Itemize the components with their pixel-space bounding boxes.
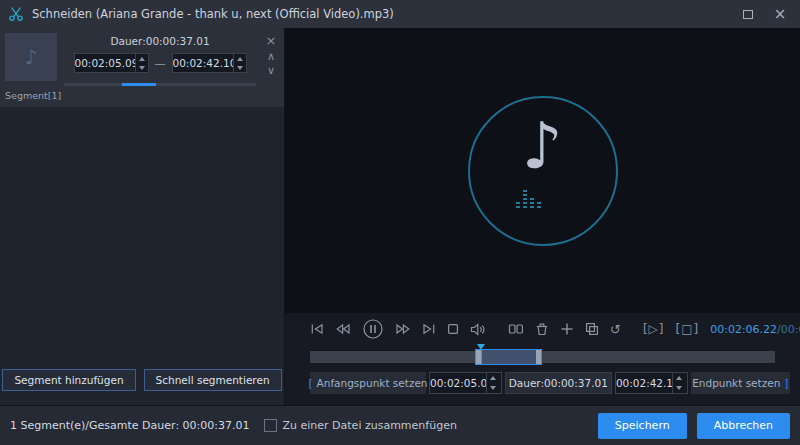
segment-start-time-group (74, 53, 149, 73)
equalizer-icon (516, 190, 541, 208)
spinner-up[interactable] (673, 373, 685, 383)
sidebar-actions: Segment hinzufügen Schnell segmentieren (0, 359, 284, 405)
duration-box: Dauer:00:00:37.01 (505, 372, 612, 394)
skip-next-button[interactable] (422, 323, 436, 335)
merge-option: Zu einer Datei zusammenfügen (264, 419, 457, 432)
sidebar-spacer (0, 107, 284, 359)
current-time: 00:02:06.22 (710, 323, 777, 336)
preview-area: ♪ (285, 28, 800, 313)
end-time-group (615, 372, 688, 394)
stop-button[interactable] (447, 323, 459, 335)
segment-start-input[interactable] (75, 54, 135, 72)
spinner-down[interactable] (234, 63, 246, 72)
set-start-label: Anfangspunkt setzen (317, 377, 428, 389)
fast-forward-button[interactable] (395, 323, 411, 335)
save-button[interactable]: Speichern (598, 413, 687, 439)
segment-controls-row: [ Anfangspunkt setzen Dauer:00:00:37.01 (285, 369, 800, 405)
spinner-up[interactable] (487, 373, 499, 383)
add-segment-icon-button[interactable] (560, 322, 574, 336)
cancel-button[interactable]: Abbrechen (697, 413, 790, 439)
spinner-down[interactable] (673, 383, 685, 393)
remove-segment-icon[interactable]: × (266, 33, 277, 49)
statusbar: 1 Segment(e)/Gesamte Dauer: 00:00:37.01 … (0, 405, 800, 445)
segment-end-time-group (172, 53, 247, 73)
segment-label: Segment[1] (5, 90, 57, 101)
merge-checkbox[interactable] (264, 419, 277, 432)
set-end-label: Endpunkt setzen (692, 377, 780, 389)
window-title: Schneiden (Ariana Grande - thank u, next… (32, 7, 728, 21)
segment-end-input[interactable] (173, 54, 233, 72)
split-segment-button[interactable] (508, 323, 524, 335)
spinner-up[interactable] (234, 54, 246, 63)
segments-summary: 1 Segment(e)/Gesamte Dauer: 00:00:37.01 (10, 419, 250, 432)
status-buttons: Speichern Abbrechen (598, 413, 790, 439)
spinner (233, 54, 246, 72)
stop-segment-button[interactable]: [□] (676, 322, 700, 336)
selection-right-handle[interactable] (536, 350, 541, 364)
timeline-track[interactable] (310, 351, 775, 363)
segment-progress-fill (122, 83, 157, 86)
segment-time-range: — (64, 53, 256, 73)
range-dash: — (155, 57, 166, 70)
quick-split-button[interactable]: Schnell segmentieren (144, 369, 282, 391)
move-segment-up-icon[interactable]: ∧ (267, 50, 275, 63)
reset-button[interactable]: ↺ (610, 323, 621, 336)
music-note-icon: ♪ (522, 114, 563, 178)
segment-duration-text: Dauer:00:00:37.01 (64, 35, 256, 47)
content: ♪ Segment[1] Dauer:00:00:37.01 (0, 28, 800, 405)
segment-progress-bar (64, 83, 256, 86)
merge-label: Zu einer Datei zusammenfügen (283, 419, 457, 432)
add-segment-button[interactable]: Segment hinzufügen (2, 369, 135, 391)
end-time-input[interactable] (616, 373, 672, 393)
maximize-icon (743, 10, 753, 19)
timeline-selection[interactable] (475, 349, 542, 365)
move-segment-down-icon[interactable]: ∨ (267, 64, 275, 77)
scissors-icon (8, 6, 24, 22)
audio-preview-circle: ♪ (468, 96, 618, 246)
spinner-up[interactable] (136, 54, 148, 63)
segment-thumbnail: ♪ (5, 33, 57, 81)
delete-segment-button[interactable] (535, 322, 549, 336)
pause-button[interactable] (362, 318, 384, 340)
spinner (486, 373, 499, 393)
segment-card-actions: × ∧ ∨ (263, 33, 279, 101)
start-time-input[interactable] (430, 373, 486, 393)
rewind-button[interactable] (335, 323, 351, 335)
titlebar: Schneiden (Ariana Grande - thank u, next… (0, 0, 800, 28)
timeline-row (285, 345, 800, 369)
maximize-button[interactable] (736, 2, 760, 26)
segment-thumb-column: ♪ Segment[1] (5, 33, 57, 101)
end-bracket: ] (784, 377, 788, 389)
cut-window: Schneiden (Ariana Grande - thank u, next… (0, 0, 800, 445)
start-bracket: [ (308, 377, 312, 389)
spinner-down[interactable] (136, 63, 148, 72)
playhead-marker[interactable] (477, 344, 485, 350)
segment-card-main: Dauer:00:00:37.01 — (64, 33, 256, 101)
volume-button[interactable] (470, 323, 486, 336)
thumb-music-note-icon: ♪ (25, 45, 38, 69)
start-time-group (429, 372, 502, 394)
play-segment-button[interactable]: [▷] (643, 322, 665, 336)
total-time: 00:05:30.15 (781, 323, 800, 336)
set-end-button[interactable]: Endpunkt setzen ] (691, 372, 790, 394)
spinner (135, 54, 148, 72)
segment-card[interactable]: ♪ Segment[1] Dauer:00:00:37.01 (0, 28, 284, 107)
skip-previous-button[interactable] (310, 323, 324, 335)
spinner (672, 373, 685, 393)
transport-controls: ↺ [▷] [□] 00:02:06.22/00:05:30.15 (285, 313, 800, 345)
spinner-down[interactable] (487, 383, 499, 393)
main-area: ♪ (285, 28, 800, 405)
segment-sidebar: ♪ Segment[1] Dauer:00:00:37.01 (0, 28, 285, 405)
time-display: 00:02:06.22/00:05:30.15 (710, 323, 800, 336)
copy-segment-button[interactable] (585, 322, 599, 336)
set-start-button[interactable]: [ Anfangspunkt setzen (310, 372, 426, 394)
close-button[interactable]: × (768, 2, 792, 26)
